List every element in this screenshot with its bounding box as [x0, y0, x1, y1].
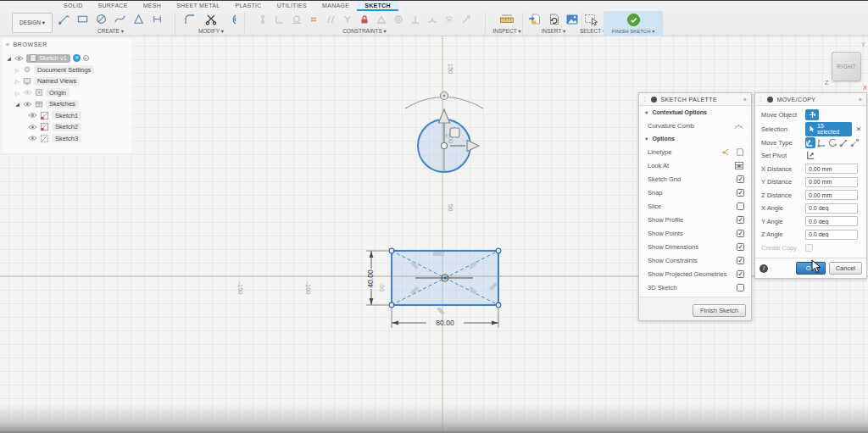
tab-surface[interactable]: SURFACE [91, 1, 136, 11]
move-rotate-icon[interactable] [827, 137, 837, 148]
line-tool-icon[interactable] [58, 13, 70, 25]
visibility-eye-icon[interactable] [23, 89, 32, 96]
show-points-row[interactable]: Show Points ✓ [639, 226, 751, 240]
clear-selection-icon[interactable]: ✕ [856, 125, 861, 133]
construction-linetype-icon[interactable] [721, 147, 731, 157]
x-distance-input[interactable] [805, 164, 858, 174]
show-projected-geometries-checkbox[interactable]: ✓ [737, 270, 744, 278]
tab-sketch[interactable]: SKETCH [357, 1, 398, 11]
move-point-to-point-icon[interactable] [839, 137, 849, 148]
create-group-label[interactable]: CREATE ▾ [58, 28, 164, 35]
show-constraints-row[interactable]: Show Constraints ✓ [639, 253, 751, 267]
selection-count-button[interactable]: 15 selected [805, 122, 852, 136]
z-angle-input[interactable] [805, 230, 858, 240]
curvature-comb-icon[interactable] [733, 121, 744, 130]
x-angle-input[interactable] [805, 203, 858, 214]
unsaved-status-icon[interactable]: ✕ [73, 54, 81, 62]
look-at-row[interactable]: Look At [639, 158, 751, 172]
move-copy-header[interactable]: ⋮ MOVE/COPY » [755, 93, 866, 106]
linetype-row[interactable]: Linetype [639, 145, 751, 158]
show-profile-row[interactable]: Show Profile ✓ [639, 213, 751, 226]
sketch-palette-header[interactable]: ⋮ SKETCH PALETTE » [639, 93, 751, 106]
perpendicular-constraint-icon[interactable] [410, 14, 420, 25]
select-tool-icon[interactable] [584, 13, 598, 26]
select-group-label[interactable]: SELECT ▾ [580, 28, 602, 35]
contextual-options-section[interactable]: ▼ Contextual Options [639, 106, 751, 119]
tab-plastic[interactable]: PLASTIC [227, 1, 269, 11]
insert-group-label[interactable]: INSERT ▾ [527, 28, 580, 35]
normal-linetype-icon[interactable] [735, 147, 744, 157]
spline-tool-icon[interactable] [114, 13, 126, 25]
midpoint-constraint-icon[interactable] [342, 14, 353, 25]
viewcube-face[interactable]: RIGHT [832, 52, 861, 81]
coincident-constraint-icon[interactable] [258, 14, 268, 25]
expand-triangle-icon[interactable]: ◢ [14, 101, 20, 107]
visibility-eye-icon[interactable] [23, 101, 32, 108]
show-dimensions-checkbox[interactable]: ✓ [737, 243, 744, 251]
options-section[interactable]: ▼ Options [639, 132, 751, 145]
y-distance-input[interactable] [805, 177, 858, 187]
set-pivot-icon[interactable] [805, 150, 816, 161]
insert-derive-icon[interactable] [528, 13, 542, 26]
tree-item-named-views[interactable]: ▷ Named Views [3, 75, 131, 87]
design-workspace-dropdown[interactable]: DESIGN ▾ [12, 13, 53, 33]
tree-item-sketch3[interactable]: Sketch3 [3, 133, 131, 145]
viewcube[interactable]: Y RIGHT Z X [825, 42, 868, 91]
expand-triangle-icon[interactable]: ▷ [14, 90, 20, 96]
tangent-constraint-icon[interactable] [292, 14, 302, 25]
collinear-constraint-icon[interactable] [275, 14, 285, 25]
sketch-grid-checkbox[interactable]: ✓ [737, 175, 744, 183]
parallel-constraint-icon[interactable] [326, 14, 336, 25]
move-object-type-button[interactable] [805, 109, 819, 120]
trim-tool-icon[interactable] [204, 13, 218, 26]
show-profile-checkbox[interactable]: ✓ [737, 216, 744, 224]
create-copy-checkbox[interactable] [805, 244, 813, 252]
tree-item-sketches[interactable]: ◢ Sketches [3, 98, 131, 110]
show-projected-geometries-row[interactable]: Show Projected Geometries ✓ [639, 267, 751, 280]
concentric-constraint-icon[interactable] [393, 14, 403, 25]
constraints-group-label[interactable]: CONSTRAINTS ▾ [249, 28, 480, 35]
3d-sketch-checkbox[interactable] [737, 284, 744, 291]
browser-collapse-icon[interactable]: « [6, 42, 10, 47]
show-constraints-checkbox[interactable]: ✓ [737, 257, 744, 264]
visibility-eye-icon[interactable] [28, 124, 37, 130]
symmetry-constraint-icon[interactable] [444, 14, 454, 25]
expand-triangle-icon[interactable]: ◢ [6, 55, 12, 61]
measure-tool-icon[interactable] [499, 13, 515, 25]
triangle-constraint-icon[interactable] [376, 14, 387, 25]
z-distance-input[interactable] [805, 190, 858, 200]
show-points-checkbox[interactable]: ✓ [737, 230, 744, 237]
visibility-eye-icon[interactable] [28, 135, 37, 142]
tab-manage[interactable]: MANAGE [314, 1, 357, 11]
smooth-constraint-icon[interactable] [427, 14, 437, 25]
insert-mesh-icon[interactable] [547, 13, 560, 26]
tab-utilities[interactable]: UTILITIES [270, 1, 314, 11]
finish-sketch-button[interactable]: FINISH SKETCH ▾ [604, 11, 663, 36]
activate-radio-icon[interactable] [83, 55, 89, 61]
look-at-icon[interactable] [734, 161, 744, 170]
tree-item-sketch1[interactable]: Sketch1 [3, 110, 131, 122]
tree-item-document-settings[interactable]: ▷ Document Settings [3, 64, 131, 76]
visibility-eye-icon[interactable] [14, 55, 24, 62]
panel-collapse-icon[interactable]: » [859, 97, 862, 103]
expand-triangle-icon[interactable]: ▷ [14, 67, 20, 73]
canvas-image-icon[interactable] [565, 13, 579, 26]
offset-tool-icon[interactable] [225, 13, 239, 26]
fillet-tool-icon[interactable] [183, 13, 197, 26]
slot-tool-icon[interactable] [151, 13, 164, 25]
slice-row[interactable]: Slice [639, 199, 751, 213]
panel-grip-icon[interactable]: ⋮ [758, 96, 764, 103]
polygon-tool-icon[interactable] [132, 13, 145, 25]
snap-row[interactable]: Snap ✓ [639, 186, 751, 199]
info-icon[interactable]: i [760, 264, 768, 273]
rectangle-tool-icon[interactable] [76, 13, 89, 25]
tree-item-sketch2[interactable]: Sketch2 [3, 121, 131, 133]
curvature-constraint-icon[interactable] [461, 14, 471, 25]
y-angle-input[interactable] [805, 216, 858, 226]
tab-solid[interactable]: SOLID [56, 1, 91, 11]
move-point-to-position-icon[interactable] [850, 137, 860, 148]
move-translate-icon[interactable] [816, 137, 826, 148]
tab-mesh[interactable]: MESH [136, 1, 169, 11]
curvature-comb-row[interactable]: Curvature Comb [639, 119, 751, 132]
panel-grip-icon[interactable]: ⋮ [642, 96, 648, 103]
